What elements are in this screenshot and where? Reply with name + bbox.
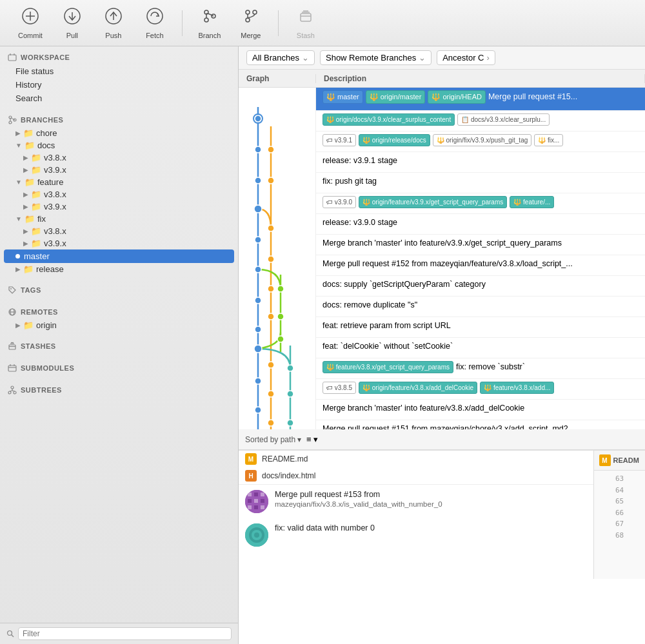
svg-point-77: [277, 286, 284, 292]
commit-desc: Merge pull request #151 from mazeyqian/c…: [322, 423, 639, 429]
commit-row[interactable]: Merge pull request #152 from mazeyqian/f…: [316, 255, 645, 276]
toolbar-pull[interactable]: Pull: [53, 5, 92, 42]
branch-fix[interactable]: ▼ 📁 fix: [0, 213, 238, 225]
branch-docs-v39x[interactable]: ▶ 📁 v3.9.x: [0, 164, 238, 176]
commit-row[interactable]: 🏷 v3.9.0 🔱 origin/feature/v3.9.x/get_scr…: [316, 193, 645, 214]
sidebar-item-file-status[interactable]: File status: [0, 64, 238, 78]
svg-point-13: [246, 18, 250, 22]
svg-point-99: [254, 532, 259, 538]
commit-info-1: Merge pull request #153 from mazeyqian/f…: [275, 490, 587, 508]
graph-body: 🔱 master 🔱 origin/master 🔱 origin/HEAD M…: [239, 88, 645, 429]
avatar-pattern: [245, 490, 268, 513]
commit-row[interactable]: fix: push git tag: [316, 173, 645, 193]
folder-icon: 📁: [25, 177, 35, 187]
toolbar-push[interactable]: Push: [94, 5, 133, 42]
file-name: docs/index.html: [262, 471, 315, 480]
commit-desc: 🔱 feature/v3.8.x/get_script_query_params…: [322, 361, 639, 373]
svg-point-14: [253, 10, 257, 14]
sidebar-item-history[interactable]: History: [0, 78, 238, 92]
branch-docs-v38x[interactable]: ▶ 📁 v3.8.x: [0, 151, 238, 164]
ancestor-button[interactable]: Ancestor C ›: [437, 50, 495, 65]
svg-point-73: [268, 420, 274, 426]
subtrees-section: SUBTREES: [0, 379, 238, 401]
pull-icon: [63, 7, 81, 29]
commit-row[interactable]: Merge branch 'master' into feature/v3.9.…: [316, 235, 645, 255]
chevron-down-icon: ⌄: [419, 53, 426, 63]
commit-row[interactable]: docs: supply `getScriptQueryParam` categ…: [316, 276, 645, 297]
toolbar-fetch[interactable]: Fetch: [135, 5, 174, 42]
commit-row[interactable]: 🏷 v3.8.5 🔱 origin/feature/v3.8.x/add_del…: [316, 379, 645, 400]
stashes-section: STASHES: [0, 335, 238, 357]
branch-chore[interactable]: ▶ 📁 chore: [0, 127, 238, 139]
commit-row[interactable]: 🏷 v3.9.1 🔱 origin/release/docs 🔱 origin/…: [316, 132, 645, 152]
file-item-readme[interactable]: M README.md: [239, 451, 593, 467]
remote-origin[interactable]: ▶ 📁 origin: [0, 319, 238, 331]
branch-fix-v39x[interactable]: ▶ 📁 v3.9.x: [0, 237, 238, 249]
commit-row[interactable]: release: v3.9.0 stage: [316, 214, 645, 235]
file-icon-readme: M: [245, 453, 257, 465]
tags-header: TAGS: [0, 283, 238, 297]
history-label: History: [15, 80, 41, 90]
commit-desc: 🏷 v3.9.0 🔱 origin/feature/v3.9.x/get_scr…: [322, 196, 639, 208]
svg-line-43: [10, 391, 12, 391]
commit-row[interactable]: Merge pull request #151 from mazeyqian/c…: [316, 420, 645, 429]
branch-release[interactable]: ▶ 📁 release: [0, 263, 238, 275]
sidebar-item-search[interactable]: Search: [0, 92, 238, 105]
remotes-header: REMOTES: [0, 305, 238, 319]
commit-desc: 🏷 v3.9.1 🔱 origin/release/docs 🔱 origin/…: [322, 134, 639, 146]
branch-docs[interactable]: ▼ 📁 docs: [0, 139, 238, 151]
list-view-icon: ≡: [306, 434, 312, 444]
commit-row[interactable]: feat: `delCookie` without `setCookie`: [316, 338, 645, 358]
commit-row[interactable]: docs: remove duplicate "s": [316, 297, 645, 317]
commit-text: release: v3.9.0 stage: [322, 217, 397, 229]
graph-col-header: Graph: [239, 74, 316, 83]
pull-label: Pull: [66, 32, 78, 39]
svg-point-55: [255, 237, 261, 243]
commit-text: docs: remove duplicate "s": [322, 299, 417, 311]
svg-point-56: [255, 266, 261, 273]
remote-branches-button[interactable]: Show Remote Branches ⌄: [320, 50, 432, 65]
commit-subtitle-1: mazeyqian/fix/v3.8.x/is_valid_data_with_…: [275, 500, 587, 508]
commit-row[interactable]: feat: retrieve param from script URL: [316, 317, 645, 338]
branch-fix-v38x[interactable]: ▶ 📁 v3.8.x: [0, 225, 238, 237]
commit-desc: docs: remove duplicate "s": [322, 299, 639, 311]
svg-point-67: [268, 225, 274, 231]
version-tag: 🏷 v3.9.0: [322, 196, 356, 208]
merge-label: Merge: [241, 32, 261, 39]
branch-feature[interactable]: ▼ 📁 feature: [0, 176, 238, 188]
svg-point-40: [8, 391, 11, 394]
branch-feature-v39x[interactable]: ▶ 📁 v3.9.x: [0, 200, 238, 213]
active-branch-indicator: [15, 254, 20, 259]
branch-feature-v38x[interactable]: ▶ 📁 v3.8.x: [0, 188, 238, 200]
toolbar-commit[interactable]: Commit: [10, 5, 50, 42]
toolbar-branch[interactable]: Branch: [190, 5, 229, 42]
sort-button[interactable]: Sorted by path ▾: [245, 435, 301, 444]
svg-point-57: [255, 297, 261, 304]
svg-point-41: [14, 391, 16, 394]
sidebar-item-master[interactable]: master: [4, 249, 234, 263]
file-item-docs[interactable]: H docs/index.html: [239, 467, 593, 484]
view-options-button[interactable]: ≡ ▾: [306, 434, 318, 444]
toolbar-merge[interactable]: Merge: [232, 5, 270, 42]
commit-row[interactable]: 🔱 origin/docs/v3.9.x/clear_surplus_conte…: [316, 111, 645, 132]
folder-icon: 📁: [25, 214, 35, 224]
commit-row[interactable]: Merge branch 'master' into feature/v3.8.…: [316, 400, 645, 420]
toolbar-stash[interactable]: Stash: [286, 5, 325, 42]
chevron-right-icon: ›: [486, 53, 489, 63]
commit-row[interactable]: release: v3.9.1 stage: [316, 152, 645, 173]
file-list-panel: M README.md H docs/index.html: [239, 451, 593, 579]
svg-point-12: [246, 10, 250, 14]
commit-row[interactable]: 🔱 master 🔱 origin/master 🔱 origin/HEAD M…: [316, 88, 645, 111]
version-tag: 🏷 v3.8.5: [322, 382, 356, 394]
filter-icon: [6, 630, 14, 638]
filter-input[interactable]: [18, 627, 232, 640]
branch-icon: [201, 7, 219, 29]
stash-icon: [297, 7, 315, 29]
branch-selector[interactable]: All Branches ⌄: [246, 50, 315, 65]
svg-rect-92: [261, 499, 264, 503]
svg-point-24: [9, 121, 12, 124]
commit-row[interactable]: 🔱 feature/v3.8.x/get_script_query_params…: [316, 358, 645, 379]
tags-section: TAGS: [0, 279, 238, 301]
commit-desc: feat: `delCookie` without `setCookie`: [322, 340, 639, 353]
remotes-section: REMOTES ▶ 📁 origin: [0, 301, 238, 335]
